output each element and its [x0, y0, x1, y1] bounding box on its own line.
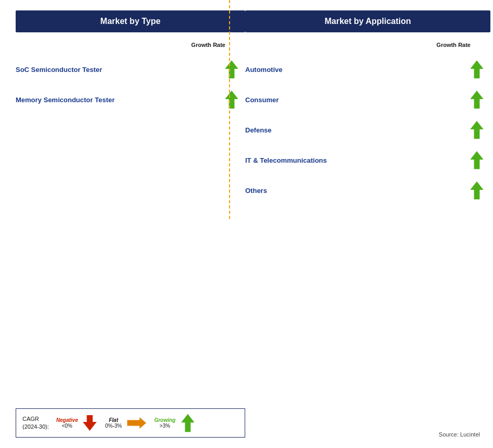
- green-up-arrow-icon: [223, 59, 240, 79]
- automotive-label: Automotive: [245, 66, 283, 74]
- legend-negative-label: Negative: [56, 417, 78, 423]
- svg-marker-6: [470, 91, 483, 108]
- memory-label: Memory Semiconductor Tester: [16, 96, 115, 104]
- right-panel-header: Market by Application: [245, 10, 490, 32]
- table-row: Automotive: [245, 54, 490, 84]
- table-row: Memory Semiconductor Tester: [16, 84, 245, 115]
- left-items-container: SoC Semiconductor Tester Memory Semicond…: [16, 54, 245, 393]
- legend-flat: Flat 0%-3%: [105, 417, 122, 429]
- red-down-arrow-icon: [82, 414, 98, 432]
- green-up-arrow-icon: [468, 120, 485, 140]
- svg-marker-7: [470, 121, 483, 139]
- table-row: IT & Telecommunications: [245, 145, 490, 175]
- table-row: Consumer: [245, 84, 490, 115]
- svg-marker-9: [470, 181, 483, 199]
- legend-negative-value: <0%: [62, 423, 72, 429]
- svg-marker-1: [225, 91, 238, 108]
- svg-marker-0: [225, 60, 238, 78]
- green-up-arrow-small-icon: [179, 413, 196, 433]
- right-panel: Market by Application Growth Rate Automo…: [245, 10, 490, 438]
- panel-divider: [229, 0, 230, 219]
- others-label: Others: [245, 187, 267, 195]
- green-up-arrow-icon: [468, 90, 485, 110]
- orange-right-arrow-icon: [126, 414, 147, 432]
- right-growth-rate-label: Growth Rate: [245, 42, 490, 48]
- green-up-arrow-icon: [223, 90, 240, 110]
- green-up-arrow-icon: [468, 59, 485, 79]
- left-panel: Market by Type Growth Rate SoC Semicondu…: [16, 10, 245, 438]
- table-row: SoC Semiconductor Tester: [16, 54, 245, 84]
- legend-flat-label: Flat: [109, 417, 118, 423]
- legend-cagr-text: CAGR (2024-30):: [22, 415, 49, 431]
- green-up-arrow-icon: [468, 150, 485, 170]
- right-items-container: Automotive Consumer Defense: [245, 54, 490, 421]
- left-growth-rate-label: Growth Rate: [16, 42, 245, 48]
- svg-marker-8: [470, 151, 483, 169]
- svg-marker-2: [83, 415, 97, 431]
- it-telecom-label: IT & Telecommunications: [245, 156, 327, 164]
- legend-flat-value: 0%-3%: [105, 423, 122, 429]
- svg-marker-5: [470, 60, 483, 78]
- left-panel-header: Market by Type: [16, 10, 245, 32]
- svg-marker-3: [127, 417, 146, 429]
- table-row: Defense: [245, 115, 490, 145]
- legend-growing-label: Growing: [154, 417, 176, 423]
- legend-growing-value: >3%: [160, 423, 170, 429]
- legend-negative: Negative <0%: [56, 417, 78, 429]
- svg-marker-4: [182, 414, 195, 432]
- legend-box: CAGR (2024-30): Negative <0% Flat 0%-3% …: [16, 408, 245, 438]
- green-up-arrow-icon: [468, 180, 485, 200]
- table-row: Others: [245, 175, 490, 205]
- source-label: Source: Lucintel: [245, 421, 490, 438]
- consumer-label: Consumer: [245, 96, 279, 104]
- legend-growing: Growing >3%: [154, 417, 176, 429]
- defense-label: Defense: [245, 126, 272, 134]
- soc-label: SoC Semiconductor Tester: [16, 66, 102, 74]
